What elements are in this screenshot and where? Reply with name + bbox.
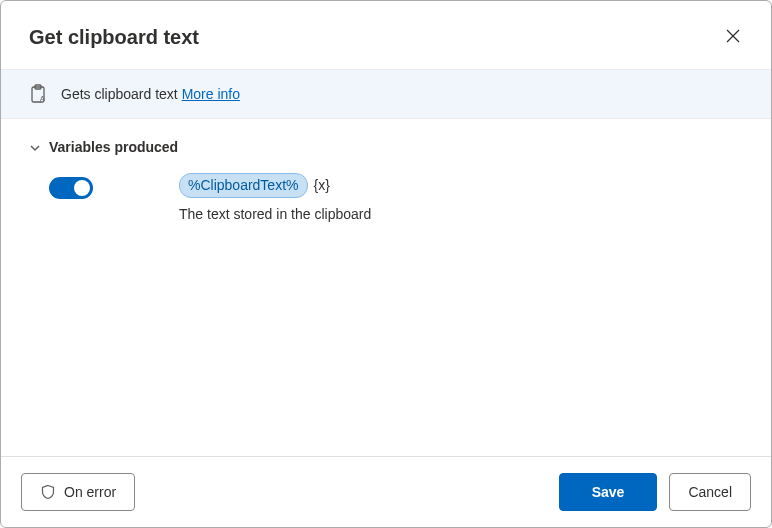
chevron-down-icon xyxy=(29,141,41,153)
section-heading: Variables produced xyxy=(49,139,178,155)
variable-type-suffix: {x} xyxy=(314,177,330,193)
dialog-footer: On error Save Cancel xyxy=(1,456,771,527)
on-error-button[interactable]: On error xyxy=(21,473,135,511)
save-button[interactable]: Save xyxy=(559,473,658,511)
banner-desc: Gets clipboard text xyxy=(61,86,182,102)
info-banner: A Gets clipboard text More info xyxy=(1,69,771,119)
dialog-body: Variables produced %ClipboardText% {x} T… xyxy=(1,119,771,456)
clipboard-icon: A xyxy=(29,84,47,104)
cancel-button[interactable]: Cancel xyxy=(669,473,751,511)
dialog-header: Get clipboard text xyxy=(1,1,771,69)
variables-section-toggle[interactable]: Variables produced xyxy=(29,139,743,155)
dialog-title: Get clipboard text xyxy=(29,26,199,49)
variable-enabled-toggle[interactable] xyxy=(49,177,93,199)
cancel-label: Cancel xyxy=(688,484,732,500)
save-label: Save xyxy=(592,484,625,500)
variable-row: %ClipboardText% {x} The text stored in t… xyxy=(29,173,743,222)
svg-text:A: A xyxy=(40,95,45,102)
variable-name-pill[interactable]: %ClipboardText% xyxy=(179,173,308,198)
more-info-link[interactable]: More info xyxy=(182,86,240,102)
variable-description: The text stored in the clipboard xyxy=(179,206,743,222)
banner-text: Gets clipboard text More info xyxy=(61,86,240,102)
close-button[interactable] xyxy=(719,23,747,51)
close-icon xyxy=(725,28,741,47)
on-error-label: On error xyxy=(64,484,116,500)
shield-icon xyxy=(40,484,56,500)
